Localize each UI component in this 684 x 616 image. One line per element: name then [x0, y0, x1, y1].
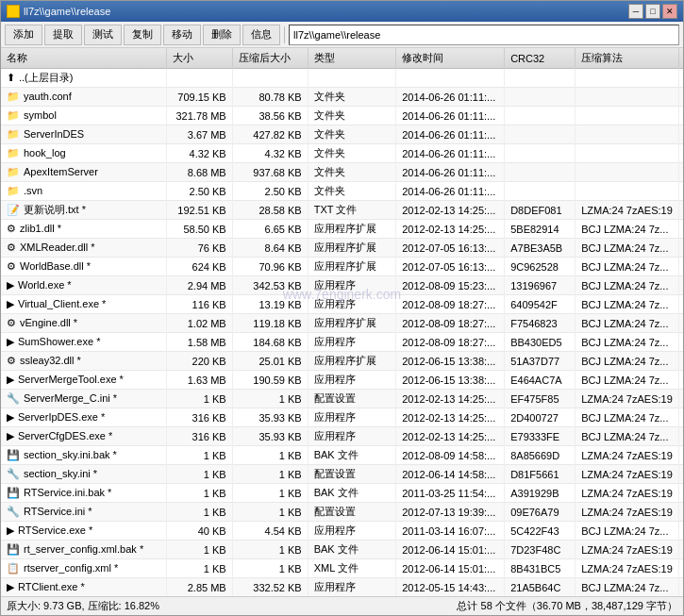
cell-compression: BCJ LZMA:24 7z... — [576, 239, 679, 258]
minimize-button[interactable]: ─ — [628, 4, 643, 19]
table-row[interactable]: ▶ServerMergeTool.exe *1.63 MB190.59 KB应用… — [1, 371, 683, 390]
cell-compressed: 332.52 KB — [232, 578, 308, 597]
cell-modified: 2012-08-09 18:27:... — [396, 314, 505, 333]
cell-modified: 2014-06-26 01:11:... — [396, 88, 505, 107]
cell-compressed: 1 KB — [232, 559, 308, 578]
cell-type: 应用程序 — [308, 295, 395, 314]
table-row[interactable]: 📁.svn2.50 KB2.50 KB文件夹2014-06-26 01:11:.… — [1, 182, 683, 201]
table-row[interactable]: ▶RTClient.exe *2.85 MB332.52 KB应用程序2012-… — [1, 578, 683, 597]
table-row[interactable]: ▶Virtual_Client.exe *116 KB13.19 KB应用程序2… — [1, 295, 683, 314]
table-row[interactable]: ⚙zlib1.dll *58.50 KB6.65 KB应用程序扩展2012-02… — [1, 220, 683, 239]
cell-size: 1 KB — [166, 465, 232, 484]
cell-size: 3.67 MB — [166, 125, 232, 144]
col-crc32[interactable]: CRC32 — [505, 48, 576, 69]
col-size[interactable]: 大小 — [166, 48, 232, 69]
cell-path: \\game\\release\ — [679, 107, 683, 125]
col-compressed[interactable]: 压缩后大小 — [232, 48, 308, 69]
cell-modified: 2012-02-13 14:25:... — [396, 201, 505, 220]
table-row[interactable]: 📁ServerInDES3.67 MB427.82 KB文件夹2014-06-2… — [1, 125, 683, 144]
cell-compression: LZMA:24 7zAES:19 — [576, 465, 679, 484]
table-row[interactable]: 🔧RTService.ini *1 KB1 KB配置设置2012-07-13 1… — [1, 503, 683, 522]
cell-path: \\game\\release\ — [679, 390, 683, 408]
extract-button[interactable]: 提取 — [44, 25, 82, 45]
cell-path: \\game\\release\ — [679, 465, 683, 484]
cell-compressed: 1 KB — [232, 390, 308, 408]
cell-crc32: EF475F85 — [505, 390, 576, 408]
cell-modified: 2012-05-15 14:43:... — [396, 578, 505, 597]
table-row[interactable]: ▶RTService.exe *40 KB4.54 KB应用程序2011-03-… — [1, 522, 683, 541]
cell-modified: 2014-06-26 01:11:... — [396, 107, 505, 125]
cell-compression: LZMA:24 7zAES:19 — [576, 201, 679, 220]
info-button[interactable]: 信息 — [242, 25, 280, 45]
cell-path: \\game\\release\ — [679, 258, 683, 276]
table-row[interactable]: 💾rt_server_config.xml.bak *1 KB1 KBBAK 文… — [1, 541, 683, 559]
delete-button[interactable]: 删除 — [203, 25, 241, 45]
cell-name: ▶ServerCfgDES.exe * — [1, 427, 166, 446]
cell-crc32: 51A37D77 — [505, 352, 576, 371]
col-name[interactable]: 名称 — [1, 48, 166, 69]
test-button[interactable]: 测试 — [84, 25, 122, 45]
cell-crc32: BB430ED5 — [505, 333, 576, 352]
cell-type — [308, 69, 395, 88]
table-row[interactable]: 💾RTService.ini.bak *1 KB1 KBBAK 文件2011-0… — [1, 484, 683, 503]
cell-path: \\game\\release\ — [679, 276, 683, 295]
cell-name: 📋rtserver_config.xml * — [1, 559, 166, 578]
cell-compressed: 119.18 KB — [232, 314, 308, 333]
table-row[interactable]: 🔧ServerMerge_C.ini *1 KB1 KB配置设置2012-02-… — [1, 390, 683, 408]
cell-size: 2.85 MB — [166, 578, 232, 597]
move-button[interactable]: 移动 — [163, 25, 201, 45]
table-row[interactable]: 📁ApexItemServer8.68 MB937.68 KB文件夹2014-0… — [1, 163, 683, 182]
cell-compression: LZMA:24 7zAES:19 — [576, 503, 679, 522]
address-bar[interactable]: ll7z\\game\\release — [289, 25, 679, 45]
cell-path: \\game\\release\ — [679, 295, 683, 314]
table-row[interactable]: ⚙vEngine.dll *1.02 MB119.18 KB应用程序扩展2012… — [1, 314, 683, 333]
cell-name: ▶SumShower.exe * — [1, 333, 166, 352]
cell-type: 应用程序 — [308, 333, 395, 352]
cell-compression: BCJ LZMA:24 7z... — [576, 220, 679, 239]
cell-compression: BCJ LZMA:24 7z... — [576, 258, 679, 276]
cell-type: 配置设置 — [308, 465, 395, 484]
cell-type: 应用程序扩展 — [308, 352, 395, 371]
cell-path: \\game\\release\ — [679, 220, 683, 239]
cell-compressed: 937.68 KB — [232, 163, 308, 182]
cell-path: \\game\\release\ — [679, 484, 683, 503]
cell-compression: BCJ LZMA:24 7z... — [576, 333, 679, 352]
cell-crc32: 5BE82914 — [505, 220, 576, 239]
table-row[interactable]: 🔧section_sky.ini *1 KB1 KB配置设置2012-06-14… — [1, 465, 683, 484]
cell-compression: LZMA:24 7zAES:19 — [576, 446, 679, 465]
col-path[interactable]: 路径 — [679, 48, 683, 69]
table-row[interactable]: ▶World.exe *2.94 MB342.53 KB应用程序2012-08-… — [1, 276, 683, 295]
table-row[interactable]: ⚙XMLReader.dll *76 KB8.64 KB应用程序扩展2012-0… — [1, 239, 683, 258]
maximize-button[interactable]: □ — [645, 4, 660, 19]
file-table-wrapper[interactable]: www.7enginerk.com 名称 大小 压缩后大小 类型 修改时间 CR… — [1, 48, 683, 596]
table-row[interactable]: 📁yauth.conf709.15 KB80.78 KB文件夹2014-06-2… — [1, 88, 683, 107]
cell-compressed: 28.58 KB — [232, 201, 308, 220]
cell-type: 应用程序 — [308, 522, 395, 541]
table-row[interactable]: ▶ServerCfgDES.exe *316 KB35.93 KB应用程序201… — [1, 427, 683, 446]
cell-crc32: 8B431BC5 — [505, 559, 576, 578]
cell-modified: 2012-08-09 18:27:... — [396, 295, 505, 314]
table-row[interactable]: ⬆..(上层目录) — [1, 69, 683, 88]
col-type[interactable]: 类型 — [308, 48, 395, 69]
table-row[interactable]: ⚙WorldBase.dll *624 KB70.96 KB应用程序扩展2012… — [1, 258, 683, 276]
copy-button[interactable]: 复制 — [124, 25, 161, 45]
table-row[interactable]: 📋rtserver_config.xml *1 KB1 KBXML 文件2012… — [1, 559, 683, 578]
table-body: ⬆..(上层目录)📁yauth.conf709.15 KB80.78 KB文件夹… — [1, 69, 683, 597]
table-row[interactable]: ⚙ssleay32.dll *220 KB25.01 KB应用程序扩展2012-… — [1, 352, 683, 371]
cell-modified: 2012-08-09 18:27:... — [396, 333, 505, 352]
cell-type: 应用程序 — [308, 427, 395, 446]
col-modified[interactable]: 修改时间 — [396, 48, 505, 69]
table-row[interactable]: 📝更新说明.txt *192.51 KB28.58 KBTXT 文件2012-0… — [1, 201, 683, 220]
table-row[interactable]: 📁symbol321.78 MB38.56 KB文件夹2014-06-26 01… — [1, 107, 683, 125]
cell-compressed: 8.64 KB — [232, 239, 308, 258]
close-button[interactable]: ✕ — [662, 4, 677, 19]
table-row[interactable]: ▶ServerIpDES.exe *316 KB35.93 KB应用程序2012… — [1, 408, 683, 427]
col-compression[interactable]: 压缩算法 — [576, 48, 679, 69]
table-row[interactable]: ▶SumShower.exe *1.58 MB184.68 KB应用程序2012… — [1, 333, 683, 352]
add-button[interactable]: 添加 — [5, 25, 42, 45]
table-row[interactable]: 📁hook_log4.32 KB4.32 KB文件夹2014-06-26 01:… — [1, 144, 683, 163]
cell-compression: BCJ LZMA:24 7z... — [576, 276, 679, 295]
cell-name: ▶ServerIpDES.exe * — [1, 408, 166, 427]
table-row[interactable]: 💾section_sky.ini.bak *1 KB1 KBBAK 文件2012… — [1, 446, 683, 465]
cell-modified: 2014-06-26 01:11:... — [396, 144, 505, 163]
